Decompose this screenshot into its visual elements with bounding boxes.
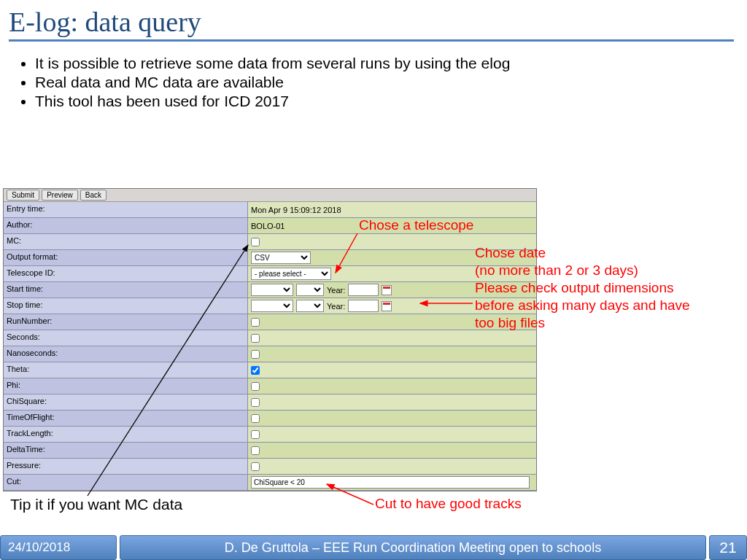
pressure-checkbox[interactable] [251, 462, 260, 471]
timeofflight-checkbox[interactable] [251, 414, 260, 423]
annot-date: Chose date (no more than 2 or 3 days) Pl… [475, 244, 690, 332]
start-day-select[interactable] [296, 284, 324, 296]
entry-time-label: Entry time: [4, 202, 248, 217]
annot-mc: Tip it if you want MC data [10, 496, 182, 513]
slide-footer: 24/10/2018 D. De Gruttola – EEE Run Coor… [0, 535, 747, 560]
form-toolbar: Submit Preview Back [4, 189, 536, 202]
footer-page: 21 [709, 535, 747, 560]
theta-checkbox[interactable] [251, 366, 260, 375]
chisquare-label: ChiSquare: [4, 394, 248, 410]
stop-month-select[interactable] [251, 300, 293, 312]
calendar-icon[interactable] [382, 301, 392, 311]
stop-year-input[interactable] [348, 300, 379, 312]
mc-checkbox[interactable] [251, 238, 260, 246]
back-button[interactable]: Back [80, 190, 107, 201]
output-format-select[interactable]: CSV [251, 252, 311, 264]
chisquare-checkbox[interactable] [251, 398, 260, 407]
footer-author: D. De Gruttola – EEE Run Coordination Me… [120, 535, 706, 560]
seconds-label: Seconds: [4, 330, 248, 346]
annot-text: too big files [475, 314, 690, 332]
stop-year-label: Year: [327, 302, 345, 311]
bullet-item: This tool has been used for ICD 2017 [35, 93, 747, 110]
stop-day-select[interactable] [296, 300, 324, 312]
deltatime-label: DeltaTime: [4, 443, 248, 458]
pressure-label: Pressure: [4, 459, 248, 474]
timeofflight-label: TimeOfFlight: [4, 411, 248, 426]
annot-cut: Cut to have good tracks [375, 496, 522, 512]
runnumber-label: RunNumber: [4, 314, 248, 330]
author-label: Author: [4, 218, 248, 233]
entry-time-value: Mon Apr 9 15:09:12 2018 [248, 202, 536, 217]
tracklength-checkbox[interactable] [251, 430, 260, 439]
calendar-icon[interactable] [382, 285, 392, 295]
telescope-id-label: Telescope ID: [4, 266, 248, 281]
theta-label: Theta: [4, 362, 248, 378]
tracklength-label: TrackLength: [4, 427, 248, 442]
mc-label: MC: [4, 234, 248, 249]
stop-time-label: Stop time: [4, 298, 248, 314]
cut-label: Cut: [4, 475, 248, 490]
bullet-item: It is possible to retrieve some data fro… [35, 55, 747, 72]
bullet-item: Real data and MC data are available [35, 74, 747, 91]
slide-title: E-log: data query [0, 0, 747, 39]
phi-label: Phi: [4, 378, 248, 394]
nanoseconds-label: Nanoseconds: [4, 346, 248, 362]
telescope-id-select[interactable]: - please select - [251, 268, 331, 280]
nanoseconds-checkbox[interactable] [251, 350, 260, 359]
annot-text: before asking many days and have [475, 297, 690, 314]
annot-text: Please check output dimensions [475, 279, 690, 297]
elog-form-screenshot: Submit Preview Back Entry time:Mon Apr 9… [3, 188, 537, 491]
start-month-select[interactable] [251, 284, 293, 296]
cut-input[interactable] [251, 476, 530, 489]
submit-button[interactable]: Submit [7, 190, 39, 201]
deltatime-checkbox[interactable] [251, 446, 260, 455]
phi-checkbox[interactable] [251, 382, 260, 391]
preview-button[interactable]: Preview [42, 190, 78, 201]
start-year-label: Year: [327, 286, 345, 295]
start-year-input[interactable] [348, 284, 379, 296]
start-time-label: Start time: [4, 282, 248, 298]
form-body: Entry time:Mon Apr 9 15:09:12 2018 Autho… [4, 202, 536, 491]
output-format-label: Output format: [4, 250, 248, 265]
annot-text: Chose date [475, 244, 690, 262]
annot-telescope: Chose a telescope [359, 217, 473, 233]
seconds-checkbox[interactable] [251, 334, 260, 343]
footer-date: 24/10/2018 [0, 535, 117, 560]
bullet-list: It is possible to retrieve some data fro… [0, 42, 747, 110]
annot-text: (no more than 2 or 3 days) [475, 262, 690, 279]
runnumber-checkbox[interactable] [251, 318, 260, 327]
